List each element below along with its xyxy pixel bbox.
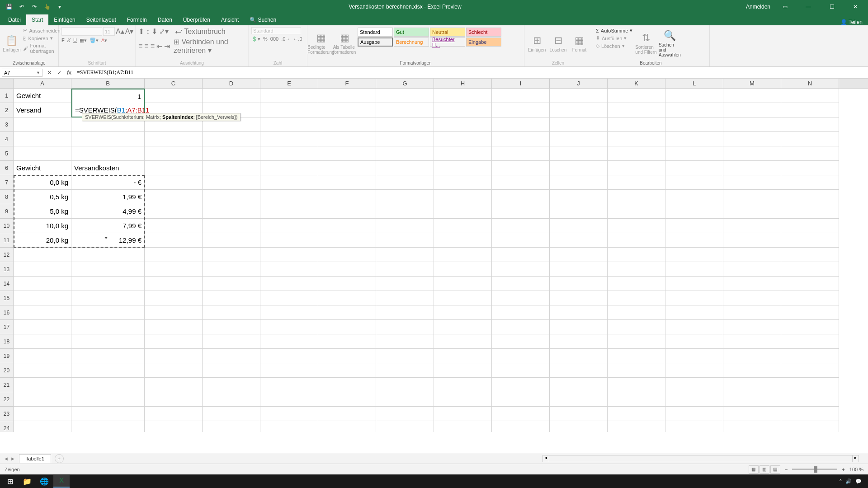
cell-E24[interactable] [260,421,318,432]
cell-G20[interactable] [376,363,434,378]
page-break-view-button[interactable]: ▤ [770,465,780,474]
cell-M21[interactable] [723,378,781,392]
copy-button[interactable]: ⎘ Kopieren ▾ [22,35,61,42]
cell-K23[interactable] [608,407,665,421]
cell-B21[interactable] [71,378,145,392]
cell-F5[interactable] [318,146,376,161]
tab-seitenlayout[interactable]: Seitenlayout [81,14,122,25]
cell-L4[interactable] [665,132,723,146]
cell-G4[interactable] [376,132,434,146]
file-explorer-icon[interactable]: 📁 [19,475,35,488]
row-header-13[interactable]: 13 [0,262,14,277]
tab-start[interactable]: Start [26,14,48,25]
cell-M9[interactable] [723,204,781,219]
cell-J7[interactable] [550,175,608,190]
cell-B1[interactable]: 1 [71,89,145,103]
cell-M10[interactable] [723,219,781,233]
cell-J19[interactable] [550,349,608,363]
font-family-select[interactable] [61,27,102,36]
cell-L12[interactable] [665,248,723,262]
row-header-6[interactable]: 6 [0,161,14,175]
zoom-out-button[interactable]: − [785,467,788,472]
column-header-J[interactable]: J [550,79,608,88]
cell-G23[interactable] [376,407,434,421]
row-header-7[interactable]: 7 [0,175,14,190]
cell-I22[interactable] [492,392,550,407]
cell-C24[interactable] [145,421,203,432]
orientation-icon[interactable]: ⤢▾ [159,27,169,36]
cell-L21[interactable] [665,378,723,392]
redo-icon[interactable]: ↷ [30,2,39,11]
column-header-A[interactable]: A [14,79,71,88]
cell-B22[interactable] [71,392,145,407]
cell-A18[interactable] [14,334,71,349]
cell-B9[interactable]: 4,99 € [71,204,145,219]
cell-N8[interactable] [781,190,839,204]
cell-style-eingabe[interactable]: Eingabe [466,38,501,47]
cell-D8[interactable] [203,190,260,204]
cell-E7[interactable] [260,175,318,190]
cell-M7[interactable] [723,175,781,190]
cell-L7[interactable] [665,175,723,190]
cell-G8[interactable] [376,190,434,204]
cell-L20[interactable] [665,363,723,378]
cell-A16[interactable] [14,305,71,320]
row-header-16[interactable]: 16 [0,305,14,320]
cell-F13[interactable] [318,262,376,277]
cell-K7[interactable] [608,175,665,190]
decrease-decimal-icon[interactable]: ←.0 [293,36,302,42]
cell-L1[interactable] [665,89,723,103]
cell-F18[interactable] [318,334,376,349]
cell-C4[interactable] [145,132,203,146]
cell-style-besuchter[interactable]: Besuchter H... [430,38,465,47]
sheet-nav-next-icon[interactable]: ► [10,456,15,461]
cell-I6[interactable] [492,161,550,175]
cell-J17[interactable] [550,320,608,334]
cell-K20[interactable] [608,363,665,378]
cell-N14[interactable] [781,277,839,291]
align-right-icon[interactable]: ≡ [151,42,155,50]
cell-J6[interactable] [550,161,608,175]
cell-K21[interactable] [608,378,665,392]
cell-C14[interactable] [145,277,203,291]
cell-H15[interactable] [434,291,492,305]
italic-button[interactable]: K [67,38,71,43]
cell-H5[interactable] [434,146,492,161]
cell-A2[interactable]: Versand [14,103,71,117]
column-header-N[interactable]: N [781,79,839,88]
cell-G17[interactable] [376,320,434,334]
cell-B10[interactable]: 7,99 € [71,219,145,233]
cell-J22[interactable] [550,392,608,407]
clear-button[interactable]: ◇ Löschen ▾ [595,42,633,49]
cell-B17[interactable] [71,320,145,334]
cell-J8[interactable] [550,190,608,204]
cell-M15[interactable] [723,291,781,305]
cell-A3[interactable] [14,117,71,132]
cell-L14[interactable] [665,277,723,291]
cell-J21[interactable] [550,378,608,392]
cell-F21[interactable] [318,378,376,392]
cell-B6[interactable]: Versandkosten [71,161,145,175]
cell-B5[interactable] [71,146,145,161]
increase-decimal-icon[interactable]: .0→ [281,36,290,42]
scroll-right-icon[interactable]: ► [852,455,859,462]
cell-C11[interactable] [145,233,203,248]
zoom-level[interactable]: 100 % [849,467,863,472]
save-icon[interactable]: 💾 [5,2,14,11]
increase-font-icon[interactable]: A▴ [116,27,124,36]
autosum-button[interactable]: Σ AutoSumme ▾ [595,27,633,34]
cell-H9[interactable] [434,204,492,219]
cell-J24[interactable] [550,421,608,432]
cell-B16[interactable] [71,305,145,320]
row-header-18[interactable]: 18 [0,334,14,349]
cell-N6[interactable] [781,161,839,175]
cell-G2[interactable] [376,103,434,117]
column-header-F[interactable]: F [318,79,376,88]
cell-H12[interactable] [434,248,492,262]
cell-C16[interactable] [145,305,203,320]
cell-style-neutral[interactable]: Neutral [430,28,465,37]
cell-C10[interactable] [145,219,203,233]
horizontal-scrollbar[interactable]: ◄ ► [542,455,859,462]
cell-style-ausgabe[interactable]: Ausgabe [358,38,393,47]
column-header-K[interactable]: K [608,79,665,88]
